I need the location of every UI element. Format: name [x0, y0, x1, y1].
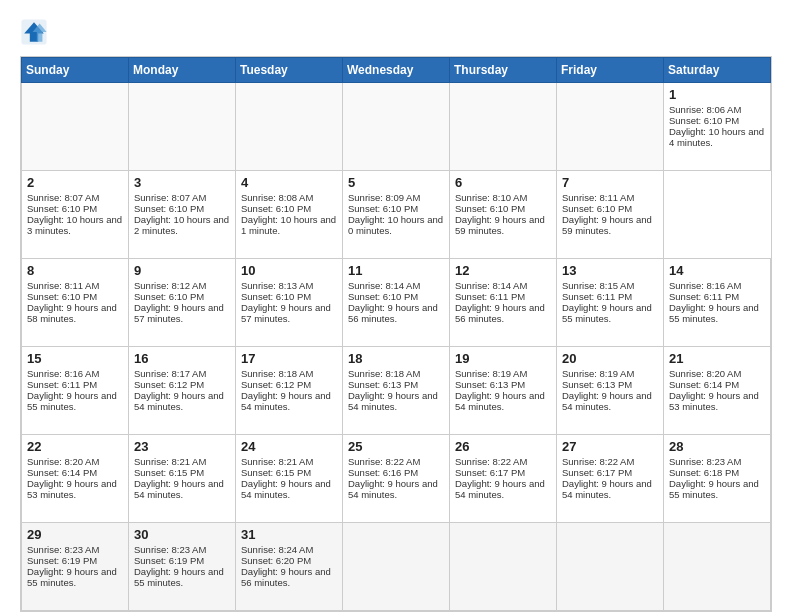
daylight-text: Daylight: 9 hours and 56 minutes. [455, 302, 551, 324]
sunrise-text: Sunrise: 8:11 AM [562, 192, 658, 203]
calendar-cell: 23Sunrise: 8:21 AMSunset: 6:15 PMDayligh… [129, 435, 236, 523]
calendar-cell [450, 523, 557, 611]
daylight-text: Daylight: 10 hours and 0 minutes. [348, 214, 444, 236]
daylight-text: Daylight: 9 hours and 54 minutes. [348, 478, 444, 500]
day-number: 21 [669, 351, 765, 366]
sunrise-text: Sunrise: 8:10 AM [455, 192, 551, 203]
daylight-text: Daylight: 9 hours and 57 minutes. [241, 302, 337, 324]
daylight-text: Daylight: 9 hours and 55 minutes. [669, 302, 765, 324]
day-number: 27 [562, 439, 658, 454]
sunset-text: Sunset: 6:13 PM [562, 379, 658, 390]
sunset-text: Sunset: 6:10 PM [241, 203, 337, 214]
day-number: 29 [27, 527, 123, 542]
sunset-text: Sunset: 6:17 PM [562, 467, 658, 478]
sunrise-text: Sunrise: 8:22 AM [455, 456, 551, 467]
daylight-text: Daylight: 9 hours and 54 minutes. [241, 390, 337, 412]
daylight-text: Daylight: 9 hours and 54 minutes. [134, 478, 230, 500]
sunset-text: Sunset: 6:10 PM [27, 203, 123, 214]
sunset-text: Sunset: 6:14 PM [669, 379, 765, 390]
sunrise-text: Sunrise: 8:22 AM [562, 456, 658, 467]
sunset-text: Sunset: 6:20 PM [241, 555, 337, 566]
sunset-text: Sunset: 6:10 PM [241, 291, 337, 302]
calendar-cell: 12Sunrise: 8:14 AMSunset: 6:11 PMDayligh… [450, 259, 557, 347]
sunset-text: Sunset: 6:10 PM [27, 291, 123, 302]
calendar-cell: 10Sunrise: 8:13 AMSunset: 6:10 PMDayligh… [236, 259, 343, 347]
calendar-cell: 4Sunrise: 8:08 AMSunset: 6:10 PMDaylight… [236, 171, 343, 259]
sunset-text: Sunset: 6:10 PM [134, 291, 230, 302]
daylight-text: Daylight: 9 hours and 54 minutes. [241, 478, 337, 500]
day-number: 6 [455, 175, 551, 190]
logo-icon [20, 18, 48, 46]
calendar-table: SundayMondayTuesdayWednesdayThursdayFrid… [21, 57, 771, 611]
day-number: 19 [455, 351, 551, 366]
day-number: 25 [348, 439, 444, 454]
sunrise-text: Sunrise: 8:14 AM [348, 280, 444, 291]
calendar-cell: 28Sunrise: 8:23 AMSunset: 6:18 PMDayligh… [664, 435, 771, 523]
day-of-week-saturday: Saturday [664, 58, 771, 83]
calendar-cell: 8Sunrise: 8:11 AMSunset: 6:10 PMDaylight… [22, 259, 129, 347]
sunrise-text: Sunrise: 8:16 AM [669, 280, 765, 291]
sunrise-text: Sunrise: 8:24 AM [241, 544, 337, 555]
day-number: 28 [669, 439, 765, 454]
calendar-cell: 25Sunrise: 8:22 AMSunset: 6:16 PMDayligh… [343, 435, 450, 523]
sunrise-text: Sunrise: 8:20 AM [669, 368, 765, 379]
sunrise-text: Sunrise: 8:21 AM [134, 456, 230, 467]
daylight-text: Daylight: 9 hours and 55 minutes. [562, 302, 658, 324]
calendar-cell [236, 83, 343, 171]
sunrise-text: Sunrise: 8:17 AM [134, 368, 230, 379]
day-number: 12 [455, 263, 551, 278]
week-row-2: 8Sunrise: 8:11 AMSunset: 6:10 PMDaylight… [22, 259, 771, 347]
calendar-cell: 1Sunrise: 8:06 AMSunset: 6:10 PMDaylight… [664, 83, 771, 171]
day-number: 22 [27, 439, 123, 454]
sunset-text: Sunset: 6:14 PM [27, 467, 123, 478]
calendar-cell: 14Sunrise: 8:16 AMSunset: 6:11 PMDayligh… [664, 259, 771, 347]
sunset-text: Sunset: 6:10 PM [348, 203, 444, 214]
daylight-text: Daylight: 10 hours and 3 minutes. [27, 214, 123, 236]
logo [20, 18, 52, 46]
calendar-cell: 26Sunrise: 8:22 AMSunset: 6:17 PMDayligh… [450, 435, 557, 523]
day-of-week-monday: Monday [129, 58, 236, 83]
sunset-text: Sunset: 6:11 PM [562, 291, 658, 302]
daylight-text: Daylight: 9 hours and 59 minutes. [562, 214, 658, 236]
daylight-text: Daylight: 9 hours and 56 minutes. [241, 566, 337, 588]
day-of-week-friday: Friday [557, 58, 664, 83]
sunset-text: Sunset: 6:11 PM [669, 291, 765, 302]
sunrise-text: Sunrise: 8:14 AM [455, 280, 551, 291]
calendar-cell: 7Sunrise: 8:11 AMSunset: 6:10 PMDaylight… [557, 171, 664, 259]
sunrise-text: Sunrise: 8:09 AM [348, 192, 444, 203]
day-number: 9 [134, 263, 230, 278]
sunset-text: Sunset: 6:19 PM [27, 555, 123, 566]
sunset-text: Sunset: 6:16 PM [348, 467, 444, 478]
sunrise-text: Sunrise: 8:07 AM [27, 192, 123, 203]
calendar-cell [557, 523, 664, 611]
calendar-cell [343, 83, 450, 171]
daylight-text: Daylight: 9 hours and 53 minutes. [669, 390, 765, 412]
sunrise-text: Sunrise: 8:18 AM [348, 368, 444, 379]
calendar-cell: 30Sunrise: 8:23 AMSunset: 6:19 PMDayligh… [129, 523, 236, 611]
daylight-text: Daylight: 9 hours and 54 minutes. [562, 478, 658, 500]
day-number: 17 [241, 351, 337, 366]
sunrise-text: Sunrise: 8:19 AM [562, 368, 658, 379]
sunrise-text: Sunrise: 8:07 AM [134, 192, 230, 203]
sunrise-text: Sunrise: 8:23 AM [134, 544, 230, 555]
calendar-cell: 31Sunrise: 8:24 AMSunset: 6:20 PMDayligh… [236, 523, 343, 611]
sunset-text: Sunset: 6:18 PM [669, 467, 765, 478]
calendar-cell: 15Sunrise: 8:16 AMSunset: 6:11 PMDayligh… [22, 347, 129, 435]
sunset-text: Sunset: 6:10 PM [455, 203, 551, 214]
calendar-body: 1Sunrise: 8:06 AMSunset: 6:10 PMDaylight… [22, 83, 771, 611]
sunrise-text: Sunrise: 8:23 AM [27, 544, 123, 555]
calendar-cell: 20Sunrise: 8:19 AMSunset: 6:13 PMDayligh… [557, 347, 664, 435]
calendar-cell: 5Sunrise: 8:09 AMSunset: 6:10 PMDaylight… [343, 171, 450, 259]
day-number: 11 [348, 263, 444, 278]
calendar-cell [450, 83, 557, 171]
sunrise-text: Sunrise: 8:12 AM [134, 280, 230, 291]
daylight-text: Daylight: 9 hours and 54 minutes. [455, 390, 551, 412]
day-of-week-tuesday: Tuesday [236, 58, 343, 83]
day-number: 7 [562, 175, 658, 190]
daylight-text: Daylight: 9 hours and 55 minutes. [134, 566, 230, 588]
calendar-cell: 2Sunrise: 8:07 AMSunset: 6:10 PMDaylight… [22, 171, 129, 259]
day-of-week-wednesday: Wednesday [343, 58, 450, 83]
sunset-text: Sunset: 6:12 PM [134, 379, 230, 390]
day-number: 24 [241, 439, 337, 454]
day-number: 5 [348, 175, 444, 190]
